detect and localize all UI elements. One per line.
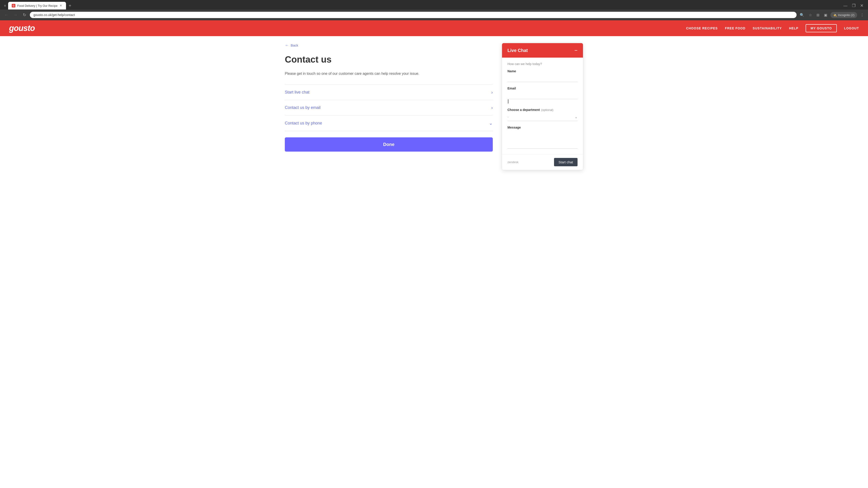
- incognito-button[interactable]: 🕵 Incognito (2): [831, 12, 857, 18]
- back-arrow-icon: ←: [285, 43, 289, 48]
- search-icon[interactable]: 🔍: [798, 12, 806, 18]
- message-textarea[interactable]: [507, 131, 578, 149]
- start-live-chat-chevron-icon: ›: [491, 90, 493, 95]
- department-chevron-icon: ⌄: [575, 115, 578, 119]
- back-label: Back: [291, 43, 298, 47]
- contact-by-phone-label: Contact us by phone: [285, 121, 322, 126]
- extensions-icon[interactable]: ⊞: [815, 12, 821, 18]
- done-button[interactable]: Done: [285, 137, 493, 152]
- live-chat-body: How can we help today? Name Email Choose…: [502, 58, 583, 154]
- new-tab-button[interactable]: +: [67, 2, 73, 9]
- tab-title: Food Delivery | Try Our Recipe: [17, 4, 57, 7]
- content-area: ← Back Contact us Please get in touch so…: [285, 43, 493, 170]
- refresh-button[interactable]: ↻: [21, 11, 28, 19]
- department-label: Choose a department: [507, 108, 540, 111]
- name-input[interactable]: [507, 74, 578, 82]
- page: gousto CHOOSE RECIPES FREE FOOD SUSTAINA…: [0, 20, 868, 481]
- more-options-icon[interactable]: ⋮: [859, 12, 865, 18]
- incognito-icon: 🕵: [833, 13, 837, 17]
- start-chat-button[interactable]: Start chat: [554, 158, 578, 166]
- close-button[interactable]: ✕: [858, 2, 865, 9]
- contact-by-email-option[interactable]: Contact us by email ›: [285, 100, 493, 116]
- tab-favicon: G: [12, 4, 16, 7]
- start-live-chat-label: Start live chat: [285, 90, 309, 95]
- tab-close-button[interactable]: ×: [59, 4, 62, 8]
- forward-button[interactable]: →: [12, 11, 19, 19]
- name-label: Name: [507, 69, 578, 73]
- department-optional-label: (optional): [541, 108, 553, 111]
- chat-footer: zendesk Start chat: [502, 154, 583, 170]
- email-input[interactable]: [507, 92, 578, 99]
- department-select[interactable]: - ⌄: [507, 113, 578, 121]
- browser-action-buttons: 🔍 ☆ ⊞ ▣ 🕵 Incognito (2) ⋮: [798, 12, 865, 18]
- tab-list-button[interactable]: ≡: [3, 3, 7, 8]
- contact-by-email-chevron-icon: ›: [491, 105, 493, 110]
- live-chat-header[interactable]: Live Chat −: [502, 43, 583, 58]
- my-gousto-button[interactable]: MY GOUSTO: [806, 24, 837, 32]
- url-text: gousto.co.uk/get-help/contact: [33, 13, 793, 17]
- tab-bar: ≡ G Food Delivery | Try Our Recipe × + —…: [0, 0, 868, 9]
- sidebar-icon[interactable]: ▣: [823, 12, 829, 18]
- contact-by-phone-chevron-icon: ⌄: [489, 121, 493, 126]
- back-button[interactable]: ←: [3, 11, 10, 19]
- address-bar[interactable]: gousto.co.uk/get-help/contact: [30, 12, 797, 18]
- logo[interactable]: gousto: [9, 24, 35, 33]
- page-subtitle: Please get in touch so one of our custom…: [285, 71, 493, 76]
- message-label: Message: [507, 126, 578, 129]
- minimize-button[interactable]: —: [842, 2, 849, 9]
- contact-by-email-label: Contact us by email: [285, 105, 320, 110]
- browser-toolbar: ← → ↻ gousto.co.uk/get-help/contact 🔍 ☆ …: [0, 9, 868, 20]
- logout-button[interactable]: LOGOUT: [844, 26, 859, 30]
- incognito-label: Incognito (2): [838, 13, 855, 17]
- nav-links: CHOOSE RECIPES FREE FOOD SUSTAINABILITY …: [686, 24, 859, 32]
- live-chat-panel: Live Chat − How can we help today? Name …: [502, 43, 583, 170]
- contact-by-phone-option[interactable]: Contact us by phone ⌄: [285, 116, 493, 131]
- department-selected-value: -: [507, 115, 508, 119]
- chat-subtitle: How can we help today?: [507, 62, 578, 66]
- nav-help[interactable]: HELP: [789, 26, 798, 30]
- live-chat-title: Live Chat: [507, 48, 528, 53]
- bookmark-icon[interactable]: ☆: [807, 12, 813, 18]
- active-tab[interactable]: G Food Delivery | Try Our Recipe ×: [8, 2, 66, 9]
- nav-choose-recipes[interactable]: CHOOSE RECIPES: [686, 26, 718, 30]
- start-live-chat-option[interactable]: Start live chat ›: [285, 85, 493, 100]
- restore-button[interactable]: ❐: [850, 2, 857, 9]
- main-content: ← Back Contact us Please get in touch so…: [276, 36, 592, 177]
- back-link[interactable]: ← Back: [285, 43, 493, 48]
- navigation: gousto CHOOSE RECIPES FREE FOOD SUSTAINA…: [0, 20, 868, 36]
- window-controls: — ❐ ✕: [842, 2, 865, 9]
- nav-sustainability[interactable]: SUSTAINABILITY: [753, 26, 782, 30]
- text-cursor: [508, 99, 508, 103]
- zendesk-label: zendesk: [507, 160, 518, 164]
- live-chat-collapse-icon[interactable]: −: [575, 47, 578, 54]
- browser-chrome: ≡ G Food Delivery | Try Our Recipe × + —…: [0, 0, 868, 20]
- email-label: Email: [507, 87, 578, 90]
- page-title: Contact us: [285, 55, 493, 65]
- nav-free-food[interactable]: FREE FOOD: [725, 26, 745, 30]
- department-label-row: Choose a department (optional): [507, 108, 578, 111]
